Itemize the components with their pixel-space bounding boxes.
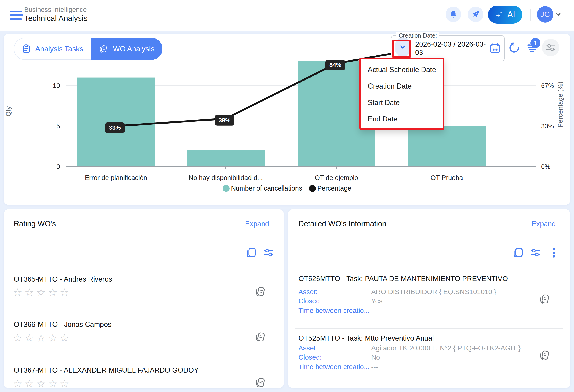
time-between-value: ---: [371, 307, 378, 314]
rating-item-title: OT366-MTTO - Jonas Campos: [14, 320, 111, 329]
menu-icon[interactable]: [10, 11, 24, 22]
open-wo-button[interactable]: [254, 331, 267, 344]
copy-icon: [246, 247, 257, 258]
star-rating[interactable]: ☆☆☆☆☆: [13, 286, 71, 298]
dropdown-item[interactable]: Actual Schedule Date: [361, 61, 443, 78]
work-order-icon: [254, 376, 267, 389]
legend-item-cancellations[interactable]: Number of cancellations: [223, 185, 302, 192]
closed-label[interactable]: Closed:: [298, 353, 322, 361]
x-axis-label: OT de ejemplo: [315, 174, 358, 181]
avatar[interactable]: JC: [537, 6, 554, 23]
time-between-value: ---: [371, 363, 378, 371]
chart-settings-button[interactable]: [542, 39, 559, 56]
details-copy-button[interactable]: [513, 247, 524, 259]
legend-dot-teal: [223, 185, 229, 192]
y2-axis-title: Percentage (%): [557, 81, 564, 128]
notifications-button[interactable]: [446, 7, 461, 22]
header-divider: [530, 9, 531, 21]
list-divider: [14, 360, 278, 360]
rating-item-title: OT365-MTTO - Andres Riveros: [14, 275, 112, 283]
list-divider: [14, 313, 278, 313]
open-wo-button[interactable]: [254, 285, 267, 299]
bar-3: [408, 126, 486, 166]
time-between-label[interactable]: Time between creatio...: [298, 363, 370, 371]
open-wo-button[interactable]: [538, 293, 551, 306]
closed-label[interactable]: Closed:: [298, 297, 322, 305]
refresh-icon: [508, 42, 520, 54]
open-wo-button[interactable]: [538, 349, 551, 362]
refresh-button[interactable]: [508, 42, 520, 55]
star-rating[interactable]: ☆☆☆☆☆: [13, 377, 71, 390]
calendar-icon: [489, 42, 501, 54]
y2-axis-tick: 67%: [541, 82, 554, 89]
work-order-icon: [538, 349, 551, 362]
open-wo-button[interactable]: [254, 376, 267, 390]
y-axis-title: Qty: [5, 106, 12, 117]
whats-new-button[interactable]: [468, 7, 483, 22]
asset-value: ARO DISTRIBUIDOR { EQ.SNS101010 }: [371, 288, 496, 296]
asset-label[interactable]: Asset:: [298, 344, 317, 352]
rocket-icon: [471, 10, 480, 19]
app-title: Business Intelligence: [24, 6, 87, 14]
sliders-icon: [545, 42, 556, 53]
top-header: Business Intelligence Technical Analysis…: [0, 0, 574, 31]
rating-expand-link[interactable]: Expand: [245, 220, 269, 228]
details-more-button[interactable]: [548, 247, 559, 259]
svg-text:39%: 39%: [219, 117, 230, 124]
list-divider: [295, 328, 563, 329]
dashboard-root: Business Intelligence Technical Analysis…: [0, 0, 574, 392]
page-title: Technical Analysis: [24, 14, 87, 23]
kebab-menu-icon: [548, 247, 559, 258]
sparkles-icon: [495, 10, 504, 19]
rating-item-title: OT367-MTTO - ALEXANDER MIGUEL FAJARDO GO…: [14, 366, 199, 374]
y2-axis-tick: 0%: [541, 163, 550, 170]
rating-wos-panel: Rating WO's Expand OT365-MTTO - Andres R…: [4, 209, 284, 388]
bell-icon: [449, 10, 458, 19]
closed-value: Yes: [371, 297, 382, 305]
legend-dot-black: [309, 185, 316, 192]
rating-panel-title: Rating WO's: [14, 219, 56, 228]
wo-detail-title: OT525MTTO - Task: Mtto Preventivo Anual: [298, 334, 434, 342]
work-order-icon: [254, 285, 267, 298]
sliders-icon: [530, 247, 541, 258]
ai-assistant-button[interactable]: AI: [488, 6, 522, 23]
work-order-icon: [538, 293, 551, 306]
chart-legend: Number of cancellations Percentage: [4, 185, 570, 192]
x-axis-label: Error de planificación: [85, 174, 147, 181]
star-rating[interactable]: ☆☆☆☆☆: [13, 332, 71, 344]
time-between-label[interactable]: Time between creatio...: [298, 307, 370, 314]
calendar-button[interactable]: [489, 42, 501, 55]
bar-1: [187, 150, 265, 166]
copy-icon: [513, 247, 524, 258]
work-order-icon: [254, 331, 267, 344]
svg-text:84%: 84%: [329, 61, 341, 68]
profile-chevron-down-icon[interactable]: [555, 11, 562, 17]
dropdown-item[interactable]: End Date: [361, 111, 443, 127]
closed-value: No: [371, 353, 380, 361]
rating-settings-button[interactable]: [263, 247, 274, 259]
dropdown-item[interactable]: Creation Date: [361, 78, 443, 95]
ai-button-label: AI: [507, 10, 515, 20]
details-panel-title: Detailed WO's Information: [298, 219, 386, 228]
filter-count-badge: 1: [530, 38, 540, 48]
legend-item-percentage[interactable]: Percentage: [309, 185, 351, 192]
details-settings-button[interactable]: [530, 247, 541, 259]
rating-copy-button[interactable]: [246, 247, 257, 259]
date-range-value[interactable]: 2026-02-03 / 2026-03-03: [415, 36, 486, 61]
details-expand-link[interactable]: Expand: [532, 220, 556, 228]
y2-axis-tick: 33%: [541, 123, 554, 130]
y-axis-tick: 10: [53, 82, 60, 89]
date-type-dropdown-menu: Actual Schedule DateCreation DateStart D…: [359, 58, 445, 130]
x-axis-label: No hay disponibilidad d...: [189, 174, 263, 181]
wo-detail-title: OT526MTTO - Task: PAUTA DE MANTENIMIENTO…: [298, 275, 508, 283]
sliders-icon: [263, 247, 274, 258]
dropdown-item[interactable]: Start Date: [361, 95, 443, 111]
y-axis-tick: 0: [56, 163, 60, 170]
x-axis-label: OT Prueba: [430, 174, 463, 181]
annotation-highlight-box: [392, 40, 410, 58]
svg-text:33%: 33%: [109, 124, 121, 131]
chart-card: 00%533%1067%QtyPercentage (%)Error de pl…: [4, 34, 570, 205]
asset-value: Agitador TK 20.000 L. N°2 { PTQ-FO-TK2-A…: [371, 344, 521, 352]
asset-label[interactable]: Asset:: [298, 288, 317, 296]
y-axis-tick: 5: [56, 123, 60, 130]
